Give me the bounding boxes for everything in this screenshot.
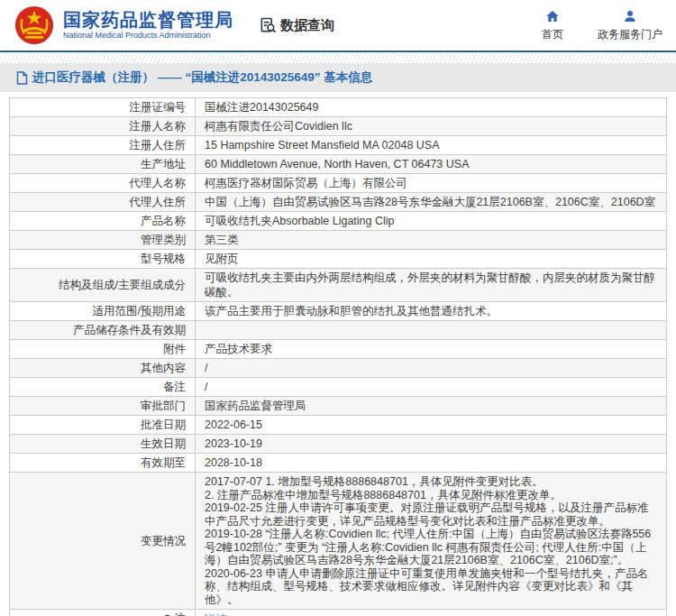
row-value: 国械注进20143025649 (196, 98, 667, 117)
table-row: 审批部门 国家药品监督管理局 (10, 397, 667, 416)
row-label: 附件 (10, 340, 196, 359)
data-query-button[interactable]: 数据查询 (259, 16, 334, 34)
table-row: 结构及组成/主要组成成分 可吸收结扎夹主要由内外两层结构组成，外层夹的材料为聚甘… (10, 269, 667, 302)
table-row: 代理人名称 柯惠医疗器材国际贸易（上海）有限公司 (10, 174, 667, 193)
table-row-change-history: 变更情况 2017-07-07 1. 增加型号规格8886848701，具体见附… (10, 473, 667, 610)
row-value: / (196, 378, 667, 397)
row-label: 批准日期 (10, 416, 196, 435)
row-label: 产品储存条件及有效期 (10, 321, 196, 340)
registration-info-table: 注册证编号 国械注进20143025649 注册人名称 柯惠有限责任公司Covi… (9, 97, 667, 616)
header-nav: 首页 政务服务门户 (507, 9, 662, 42)
row-label: 型号规格 (10, 250, 196, 269)
row-label: 审批部门 (10, 397, 196, 416)
table-row: 批准日期 2022-06-15 (10, 416, 667, 435)
table-row: 附件 产品技术要求 (10, 340, 667, 359)
table-row: 注册人名称 柯惠有限责任公司Covidien llc (10, 117, 667, 136)
row-label: 产品名称 (10, 212, 196, 231)
row-value: 产品技术要求 (196, 340, 667, 359)
row-label: 注 (175, 611, 187, 616)
table-row: 管理类别 第三类 (10, 231, 667, 250)
row-label: 注册人住所 (10, 136, 196, 155)
row-value: 15 Hampshire Street Mansfield MA 02048 U… (196, 136, 667, 155)
table-row: 生产地址 60 Middletown Avenue, North Haven, … (10, 155, 667, 174)
table-row-note: 注 详情 (10, 610, 667, 616)
row-value: 可吸收结扎夹Absorbable Ligating Clip (196, 212, 667, 231)
table-row: 注册人住所 15 Hampshire Street Mansfield MA 0… (10, 136, 667, 155)
row-value: 2023-10-19 (196, 435, 667, 454)
registration-info-table-wrap: 注册证编号 国械注进20143025649 注册人名称 柯惠有限责任公司Covi… (0, 92, 676, 616)
org-name-en: National Medical Products Administration (63, 32, 233, 41)
row-label: 变更情况 (10, 473, 196, 610)
table-row: 其他内容 / (10, 359, 667, 378)
row-value: 该产品主要用于胆囊动脉和胆管的结扎及其他普通结扎术。 (196, 302, 667, 321)
row-label: 管理类别 (10, 231, 196, 250)
doc-magnifier-icon (259, 16, 277, 34)
table-row: 产品储存条件及有效期 (10, 321, 667, 340)
row-label: 生效日期 (10, 435, 196, 454)
table-row: 备注 / (10, 378, 667, 397)
row-value: 中国（上海）自由贸易试验区马吉路28号东华金融大厦21层2106B室、2106C… (196, 193, 667, 212)
national-emblem-icon (14, 5, 54, 45)
row-value: 国家药品监督管理局 (196, 397, 667, 416)
nav-portal-label: 政务服务门户 (598, 27, 662, 42)
row-label: 注册证编号 (10, 98, 196, 117)
row-label: 适用范围/预期用途 (10, 302, 196, 321)
nav-home[interactable]: 首页 (542, 9, 563, 42)
table-row: 型号规格 见附页 (10, 250, 667, 269)
nav-portal[interactable]: 政务服务门户 (598, 9, 662, 42)
org-name-cn: 国家药品监督管理局 (63, 10, 233, 30)
nav-home-label: 首页 (542, 27, 563, 42)
row-label: 代理人住所 (10, 193, 196, 212)
row-label: 生产地址 (10, 155, 196, 174)
table-row: 有效期至 2028-10-18 (10, 454, 667, 473)
document-icon (16, 71, 28, 85)
page-title: 进口医疗器械（注册） —— “国械注进20143025649” 基本信息 (32, 69, 372, 86)
home-icon (545, 9, 560, 23)
table-row: 产品名称 可吸收结扎夹Absorbable Ligating Clip (10, 212, 667, 231)
table-row: 代理人住所 中国（上海）自由贸易试验区马吉路28号东华金融大厦21层2106B室… (10, 193, 667, 212)
row-label: 其他内容 (10, 359, 196, 378)
table-row: 适用范围/预期用途 该产品主要用于胆囊动脉和胆管的结扎及其他普通结扎术。 (10, 302, 667, 321)
row-value: 柯惠医疗器材国际贸易（上海）有限公司 (196, 174, 667, 193)
row-value (196, 321, 667, 340)
page-title-bar: 进口医疗器械（注册） —— “国械注进20143025649” 基本信息 (0, 63, 676, 92)
data-query-label: 数据查询 (280, 17, 334, 34)
org-title-block: 国家药品监督管理局 National Medical Products Admi… (63, 10, 233, 41)
person-icon (623, 9, 637, 23)
row-value: 见附页 (196, 250, 667, 269)
row-label: 结构及组成/主要组成成分 (10, 269, 196, 302)
striped-band (0, 52, 676, 63)
row-value: 2022-06-15 (196, 416, 667, 435)
row-label: 备注 (10, 378, 196, 397)
row-label: 有效期至 (10, 454, 196, 473)
row-label: 注册人名称 (10, 117, 196, 136)
table-row: 注册证编号 国械注进20143025649 (10, 98, 667, 117)
site-header: 国家药品监督管理局 National Medical Products Admi… (0, 0, 676, 51)
row-value: 60 Middletown Avenue, North Haven, CT 06… (196, 155, 667, 174)
row-value: 2017-07-07 1. 增加型号规格8886848701，具体见附件变更对比… (196, 473, 667, 610)
row-value: 可吸收结扎夹主要由内外两层结构组成，外层夹的材料为聚甘醇酸，内层夹的材质为聚甘醇… (196, 269, 667, 302)
row-value: 2028-10-18 (196, 454, 667, 473)
row-value: 第三类 (196, 231, 667, 250)
row-label: 代理人名称 (10, 174, 196, 193)
row-value: / (196, 359, 667, 378)
table-row: 生效日期 2023-10-19 (10, 435, 667, 454)
row-value: 柯惠有限责任公司Covidien llc (196, 117, 667, 136)
